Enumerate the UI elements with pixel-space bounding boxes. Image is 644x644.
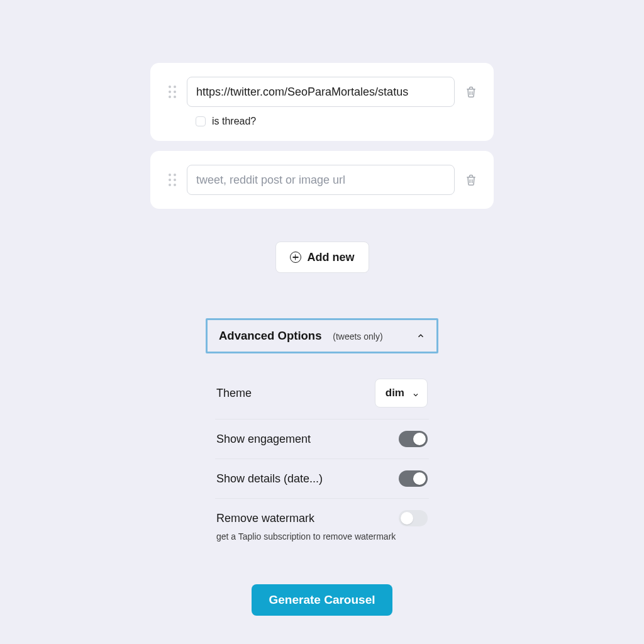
thread-row: is thread?: [165, 116, 479, 127]
drag-handle-icon[interactable]: [165, 86, 178, 98]
option-engagement: Show engagement: [215, 419, 429, 459]
engagement-label: Show engagement: [216, 433, 311, 446]
watermark-toggle[interactable]: [399, 510, 428, 526]
theme-label: Theme: [216, 387, 252, 400]
url-input[interactable]: [187, 77, 455, 107]
url-input[interactable]: [187, 165, 455, 195]
chevron-down-icon: [412, 389, 419, 397]
is-thread-label: is thread?: [212, 116, 256, 127]
drag-handle-icon[interactable]: [165, 174, 178, 186]
theme-select[interactable]: dim: [375, 379, 428, 408]
add-new-button[interactable]: Add new: [275, 242, 369, 273]
advanced-options-note: (tweets only): [333, 331, 382, 341]
watermark-label: Remove watermark: [216, 512, 314, 525]
plus-circle-icon: [290, 252, 301, 263]
option-theme: Theme dim: [215, 367, 429, 419]
chevron-up-icon: [416, 331, 425, 340]
delete-button[interactable]: [464, 84, 479, 99]
is-thread-checkbox[interactable]: [196, 116, 206, 126]
advanced-options-toggle[interactable]: Advanced Options (tweets only): [206, 318, 438, 353]
engagement-toggle[interactable]: [399, 431, 428, 447]
option-watermark: Remove watermark get a Taplio subscripti…: [215, 499, 429, 547]
add-new-label: Add new: [308, 251, 355, 264]
option-details: Show details (date...): [215, 459, 429, 499]
advanced-options: Advanced Options (tweets only): [206, 318, 438, 353]
details-label: Show details (date...): [216, 472, 323, 486]
details-toggle[interactable]: [399, 470, 428, 487]
generate-button[interactable]: Generate Carousel: [252, 584, 393, 616]
watermark-note: get a Taplio subscription to remove wate…: [216, 531, 428, 541]
delete-button[interactable]: [464, 172, 479, 187]
url-row: [165, 77, 479, 107]
options-panel: Theme dim Show engagement Show details (…: [215, 367, 429, 547]
theme-value: dim: [386, 387, 404, 399]
generate-label: Generate Carousel: [269, 593, 375, 607]
url-row: [165, 165, 479, 195]
advanced-options-title: Advanced Options: [219, 329, 321, 342]
url-card: is thread?: [150, 63, 494, 141]
url-card: [150, 151, 494, 209]
